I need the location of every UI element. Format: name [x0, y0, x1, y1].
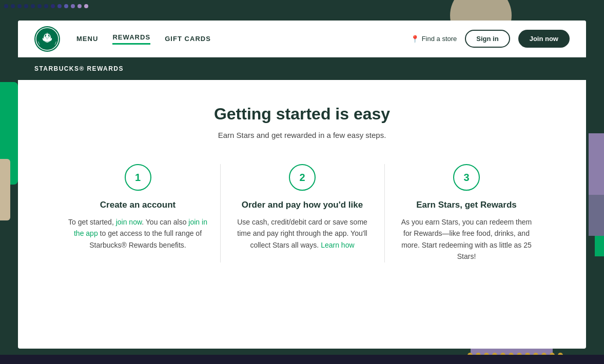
purple-right-decoration-2: [589, 195, 604, 236]
top-dots: [0, 4, 88, 8]
step-3-title: Earn Stars, get Rewards: [416, 200, 517, 210]
svg-point-6: [46, 37, 47, 37]
join-now-link[interactable]: join now: [116, 218, 142, 226]
nav-right: 📍 Find a store Sign in Join now: [411, 30, 570, 48]
step-1-title: Create an account: [100, 200, 176, 210]
step-2-desc: Use cash, credit/debit card or save some…: [233, 216, 372, 251]
sub-nav: STARBUCKS® REWARDS: [18, 57, 586, 80]
svg-point-7: [48, 37, 48, 37]
step-2: 2 Order and pay how you'd like Use cash,…: [220, 164, 384, 262]
join-now-button[interactable]: Join now: [518, 30, 570, 48]
step-3-desc: As you earn Stars, you can redeem them f…: [397, 216, 536, 262]
step-2-title: Order and pay how you'd like: [242, 200, 363, 210]
steps-container: 1 Create an account To get started, join…: [34, 164, 570, 262]
step-1: 1 Create an account To get started, join…: [56, 164, 220, 262]
nav-menu[interactable]: MENU: [76, 35, 98, 43]
step-1-desc-suffix: to get access to the full range of Starb…: [89, 229, 202, 249]
step-1-number: 1: [125, 164, 151, 191]
main-content: Getting started is easy Earn Stars and g…: [18, 80, 586, 279]
main-card: MENU REWARDS GIFT CARDS 📍 Find a store S…: [18, 21, 586, 349]
navbar: MENU REWARDS GIFT CARDS 📍 Find a store S…: [18, 21, 586, 57]
location-pin-icon: 📍: [411, 35, 419, 43]
logo-area: [34, 26, 60, 52]
step-1-desc: To get started, join now. You can also j…: [68, 216, 208, 251]
step-3-number: 3: [453, 164, 480, 191]
step-2-number: 2: [289, 164, 316, 191]
teal-right-strip: [595, 236, 604, 256]
sub-heading: Earn Stars and get rewarded in a few eas…: [34, 131, 570, 139]
step-3: 3 Earn Stars, get Rewards As you earn St…: [384, 164, 549, 262]
dark-bottom-bar: [0, 355, 604, 364]
sign-in-button[interactable]: Sign in: [465, 30, 510, 48]
nav-gift-cards[interactable]: GIFT CARDS: [165, 35, 211, 43]
teal-left-decoration: [0, 82, 18, 185]
find-store[interactable]: 📍 Find a store: [411, 35, 457, 43]
learn-how-link[interactable]: Learn how: [321, 241, 354, 249]
svg-point-5: [45, 35, 49, 40]
sub-nav-title: STARBUCKS® REWARDS: [34, 65, 124, 72]
purple-right-decoration: [589, 133, 604, 195]
step-1-desc-middle: . You can also: [142, 218, 188, 226]
find-store-label: Find a store: [422, 35, 457, 43]
bottom-dots: [467, 353, 563, 358]
nav-links: MENU REWARDS GIFT CARDS: [76, 33, 411, 45]
main-heading: Getting started is easy: [34, 105, 570, 124]
nav-rewards[interactable]: REWARDS: [112, 33, 150, 45]
olive-left-decoration: [0, 159, 10, 220]
starbucks-logo: [34, 26, 60, 52]
step-1-desc-prefix: To get started,: [68, 218, 116, 226]
